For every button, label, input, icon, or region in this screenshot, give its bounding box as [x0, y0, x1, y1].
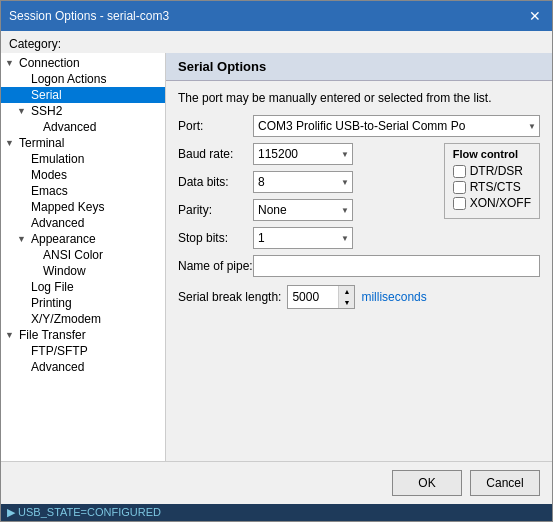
- tree-item-emulation[interactable]: Emulation: [1, 151, 165, 167]
- tree-label-serial: Serial: [31, 88, 62, 102]
- expand-icon: ▼: [5, 330, 19, 340]
- rts-cts-checkbox[interactable]: [453, 181, 466, 194]
- spinner-wrapper: ▲ ▼: [287, 285, 355, 309]
- bottom-bar: OK Cancel: [1, 461, 552, 504]
- port-row: Port: COM3 Prolific USB-to-Serial Comm P…: [178, 115, 540, 137]
- break-length-label: Serial break length:: [178, 290, 281, 304]
- parity-select[interactable]: NoneEvenOddMarkSpace: [253, 199, 353, 221]
- baud-control-area: 3006001200240048009600192003840057600115…: [253, 143, 422, 165]
- xon-xoff-label: XON/XOFF: [470, 196, 531, 210]
- port-control-area: COM3 Prolific USB-to-Serial Comm Po: [253, 115, 540, 137]
- name-of-pipe-label: Name of pipe:: [178, 259, 253, 273]
- tree-item-advanced-ft[interactable]: Advanced: [1, 359, 165, 375]
- parity-label: Parity:: [178, 203, 253, 217]
- xon-xoff-checkbox[interactable]: [453, 197, 466, 210]
- dtr-dsr-row: DTR/DSR: [453, 164, 531, 178]
- tree-label-advanced-ft: Advanced: [31, 360, 84, 374]
- tree-label-connection: Connection: [19, 56, 80, 70]
- spinner-down-button[interactable]: ▼: [338, 297, 354, 308]
- tree-label-terminal: Terminal: [19, 136, 64, 150]
- spinner-up-button[interactable]: ▲: [338, 286, 354, 297]
- databits-label: Data bits:: [178, 175, 253, 189]
- baud-select-wrapper: 3006001200240048009600192003840057600115…: [253, 143, 353, 165]
- name-of-pipe-row: Name of pipe:: [178, 255, 540, 277]
- expand-icon: ▼: [17, 234, 31, 244]
- session-options-window: Session Options - serial-com3 ✕ Category…: [0, 0, 553, 522]
- flow-control-title: Flow control: [453, 148, 531, 160]
- tree-label-mapped-keys: Mapped Keys: [31, 200, 104, 214]
- tree-label-ssh2: SSH2: [31, 104, 62, 118]
- baud-row: Baud rate: 30060012002400480096001920038…: [178, 143, 422, 165]
- tree-item-serial[interactable]: Serial: [1, 87, 165, 103]
- flow-control-container: Flow control DTR/DSR RTS/CTS: [432, 143, 540, 219]
- tree-item-file-transfer[interactable]: ▼File Transfer: [1, 327, 165, 343]
- description-text: The port may be manually entered or sele…: [178, 91, 540, 105]
- expand-icon: ▼: [5, 138, 19, 148]
- port-label: Port:: [178, 119, 253, 133]
- tree-item-advanced-terminal[interactable]: Advanced: [1, 215, 165, 231]
- stopbits-label: Stop bits:: [178, 231, 253, 245]
- port-select-wrapper: COM3 Prolific USB-to-Serial Comm Po: [253, 115, 540, 137]
- section-header: Serial Options: [166, 53, 552, 81]
- tree-item-log-file[interactable]: Log File: [1, 279, 165, 295]
- tree-item-modes[interactable]: Modes: [1, 167, 165, 183]
- tree-item-advanced[interactable]: Advanced: [1, 119, 165, 135]
- tree-label-printing: Printing: [31, 296, 72, 310]
- tree-item-logon-actions[interactable]: Logon Actions: [1, 71, 165, 87]
- dtr-dsr-checkbox[interactable]: [453, 165, 466, 178]
- databits-control-area: 5678: [253, 171, 422, 193]
- tree-label-emulation: Emulation: [31, 152, 84, 166]
- expand-icon: ▼: [5, 58, 19, 68]
- right-content: The port may be manually entered or sele…: [166, 81, 552, 461]
- baud-select[interactable]: 3006001200240048009600192003840057600115…: [253, 143, 353, 165]
- parity-select-wrapper: NoneEvenOddMarkSpace: [253, 199, 353, 221]
- tree-item-printing[interactable]: Printing: [1, 295, 165, 311]
- category-label: Category:: [1, 31, 552, 53]
- databits-select[interactable]: 5678: [253, 171, 353, 193]
- break-length-row: Serial break length: ▲ ▼ milliseconds: [178, 285, 540, 309]
- port-select[interactable]: COM3 Prolific USB-to-Serial Comm Po: [253, 115, 540, 137]
- content-area: ▼ConnectionLogon ActionsSerial▼SSH2Advan…: [1, 53, 552, 461]
- tree-item-ssh2[interactable]: ▼SSH2: [1, 103, 165, 119]
- tree-label-log-file: Log File: [31, 280, 74, 294]
- close-button[interactable]: ✕: [526, 7, 544, 25]
- status-bar: ▶ USB_STATE=CONFIGURED: [1, 504, 552, 521]
- tree-item-terminal[interactable]: ▼Terminal: [1, 135, 165, 151]
- parity-control-area: NoneEvenOddMarkSpace: [253, 199, 422, 221]
- tree-item-appearance[interactable]: ▼Appearance: [1, 231, 165, 247]
- tree-item-emacs[interactable]: Emacs: [1, 183, 165, 199]
- tree-label-ftp-sftp: FTP/SFTP: [31, 344, 88, 358]
- tree-label-advanced: Advanced: [43, 120, 96, 134]
- title-bar: Session Options - serial-com3 ✕: [1, 1, 552, 31]
- tree-item-ftp-sftp[interactable]: FTP/SFTP: [1, 343, 165, 359]
- milliseconds-label: milliseconds: [361, 290, 426, 304]
- serial-break-input[interactable]: [288, 286, 338, 308]
- tree-label-window: Window: [43, 264, 86, 278]
- rts-cts-label: RTS/CTS: [470, 180, 521, 194]
- stopbits-row: Stop bits: 11.52: [178, 227, 422, 249]
- baud-flow-container: Baud rate: 30060012002400480096001920038…: [178, 143, 540, 255]
- name-of-pipe-input[interactable]: [253, 255, 540, 277]
- status-text: ▶ USB_STATE=CONFIGURED: [7, 506, 161, 518]
- tree-item-mapped-keys[interactable]: Mapped Keys: [1, 199, 165, 215]
- tree-item-ansi-color[interactable]: ANSI Color: [1, 247, 165, 263]
- stopbits-select-wrapper: 11.52: [253, 227, 353, 249]
- stopbits-select[interactable]: 11.52: [253, 227, 353, 249]
- parity-row: Parity: NoneEvenOddMarkSpace: [178, 199, 422, 221]
- rts-cts-row: RTS/CTS: [453, 180, 531, 194]
- tree-item-window[interactable]: Window: [1, 263, 165, 279]
- spinner-buttons: ▲ ▼: [338, 286, 354, 308]
- ok-button[interactable]: OK: [392, 470, 462, 496]
- tree-label-ansi-color: ANSI Color: [43, 248, 103, 262]
- right-panel: Serial Options The port may be manually …: [166, 53, 552, 461]
- tree-item-connection[interactable]: ▼Connection: [1, 55, 165, 71]
- tree-label-file-transfer: File Transfer: [19, 328, 86, 342]
- databits-select-wrapper: 5678: [253, 171, 353, 193]
- cancel-button[interactable]: Cancel: [470, 470, 540, 496]
- tree-label-xyz-modem: X/Y/Zmodem: [31, 312, 101, 326]
- stopbits-control-area: 11.52: [253, 227, 422, 249]
- tree-item-xyz-modem[interactable]: X/Y/Zmodem: [1, 311, 165, 327]
- tree-label-logon-actions: Logon Actions: [31, 72, 106, 86]
- expand-icon: ▼: [17, 106, 31, 116]
- databits-row: Data bits: 5678: [178, 171, 422, 193]
